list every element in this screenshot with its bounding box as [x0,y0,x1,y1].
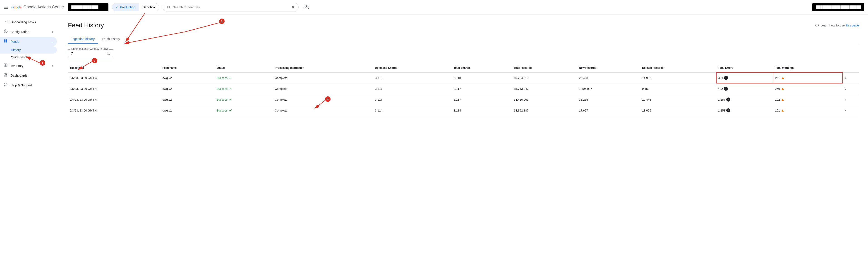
row-nav-arrow[interactable]: › [844,97,846,102]
table-row: 9/5/23, 23:00 GMT-4owg.v2Success Complet… [68,83,859,94]
page-header: Feed History Learn how to use this page [68,22,859,29]
col-feed-name: Feed name [161,64,215,72]
svg-rect-8 [4,64,5,65]
warning-badge: 191 ▲ [775,108,784,112]
sidebar-item-onboarding[interactable]: Onboarding Tasks [0,17,57,27]
col-processing: Processing Instruction [273,64,373,72]
lookback-input[interactable] [71,52,106,56]
sandbox-btn[interactable]: Sandbox [139,3,159,11]
hamburger-menu[interactable] [4,6,8,9]
cell-total-shards: 3,118 [452,72,512,83]
search-bar: ✕ [163,3,299,12]
cell-nav[interactable]: › [843,72,859,83]
sidebar: Onboarding Tasks Configuration › Feeds ⌄… [0,14,59,266]
lookback-search-btn[interactable] [106,51,110,56]
warning-badge: 192 ▲ [775,98,784,102]
svg-point-3 [5,31,6,32]
cell-total-errors: 1,257 i [716,94,773,105]
cell-uploaded-shards: 3,117 [373,94,452,105]
sidebar-item-feeds[interactable]: Feeds ⌄ [0,37,57,46]
cell-nav[interactable]: › [843,105,859,116]
cell-total-records: 14,416,061 [512,94,577,105]
sidebar-item-history[interactable]: History [0,46,57,54]
inventory-label: Inventory [10,64,24,68]
cell-status: Success [215,94,273,105]
cell-total-records: 15,713,847 [512,83,577,94]
cell-total-errors: 401 i [716,72,773,83]
warning-badge: 250 ▲ [775,76,785,80]
sidebar-item-help[interactable]: Help & Support [0,80,57,90]
warning-icon: ▲ [781,87,784,91]
feed-history-table: Timestamp Feed name Status Processing In… [68,64,859,116]
cell-nav[interactable]: › [843,83,859,94]
cell-total-warnings: 250 ▲ [773,83,843,94]
cell-new-records: 1,306,987 [577,83,641,94]
svg-rect-4 [4,39,5,41]
cell-total-shards: 3,114 [452,105,512,116]
dashboards-icon [4,73,8,78]
sidebar-item-configuration[interactable]: Configuration › [0,27,57,37]
help-text: Learn how to use [820,24,845,27]
cell-uploaded-shards: 3,118 [373,72,452,83]
lookback-section: Enter lookback window in days [68,49,859,58]
sidebar-item-quick-testing[interactable]: Quick Testing [0,54,57,61]
tab-ingestion[interactable]: Ingestion history [68,34,98,44]
error-badge: 402 i [718,87,728,91]
sidebar-section-main: Onboarding Tasks Configuration › Feeds ⌄… [0,16,59,91]
tab-fetch[interactable]: Fetch history [98,34,124,44]
status-success: Success [216,76,271,79]
this-page-link[interactable]: this page [846,24,859,27]
main-content: Feed History Learn how to use this page … [59,14,868,266]
production-btn[interactable]: ✓ Production [112,3,139,11]
table-row: 9/4/23, 23:00 GMT-4owg.v2Success Complet… [68,94,859,105]
help-link-area: Learn how to use this page [815,23,859,27]
cell-total-shards: 3,117 [452,94,512,105]
info-icon: i [726,108,730,112]
env-switcher: ✓ Production Sandbox [112,3,159,11]
cell-total-errors: 1,258 i [716,105,773,116]
cell-status: Success [215,83,273,94]
project-pill[interactable]: ████████████ [68,3,108,11]
cell-new-records: 17,627 [577,105,641,116]
sidebar-item-dashboards[interactable]: Dashboards [0,71,57,80]
help-label: Help & Support [10,84,32,87]
lookback-field: Enter lookback window in days [68,49,113,58]
col-total-warnings: Total Warnings [773,64,843,72]
svg-rect-14 [6,73,7,74]
status-success: Success [216,98,271,101]
row-nav-arrow[interactable]: › [845,75,846,80]
search-input[interactable] [173,5,289,9]
cell-total-warnings: 250 ▲ [773,72,843,83]
top-nav-right-pill[interactable]: ████████████████████ [812,3,864,11]
cell-deleted-records: 14,986 [640,72,716,83]
cell-processing: Complete [273,83,373,94]
cell-deleted-records: 9,159 [640,83,716,94]
info-circle-icon [815,23,819,27]
col-deleted-records: Deleted Records [640,64,716,72]
svg-rect-11 [6,65,7,67]
clear-icon[interactable]: ✕ [291,5,295,10]
profile-icon[interactable] [302,3,310,11]
svg-rect-16 [6,75,7,76]
lookback-label: Enter lookback window in days [70,47,110,51]
col-uploaded-shards: Uploaded Shards [373,64,452,72]
row-nav-arrow[interactable]: › [844,86,846,91]
inventory-icon [4,63,8,68]
warning-icon: ▲ [781,76,785,80]
quick-testing-label: Quick Testing [11,56,30,59]
inventory-chevron: › [52,64,53,67]
cell-new-records: 25,428 [577,72,641,83]
svg-rect-10 [4,65,5,67]
svg-rect-5 [6,39,7,41]
sidebar-item-inventory[interactable]: Inventory › [0,61,57,71]
cell-nav[interactable]: › [843,94,859,105]
cell-timestamp: 9/5/23, 23:00 GMT-4 [68,83,161,94]
status-success: Success [216,108,271,112]
row-nav-arrow[interactable]: › [844,108,846,113]
col-status: Status [215,64,273,72]
cell-total-records: 14,392,187 [512,105,577,116]
col-action [843,64,859,72]
info-icon: i [724,76,728,80]
cell-total-shards: 3,117 [452,83,512,94]
svg-point-17 [4,83,7,86]
